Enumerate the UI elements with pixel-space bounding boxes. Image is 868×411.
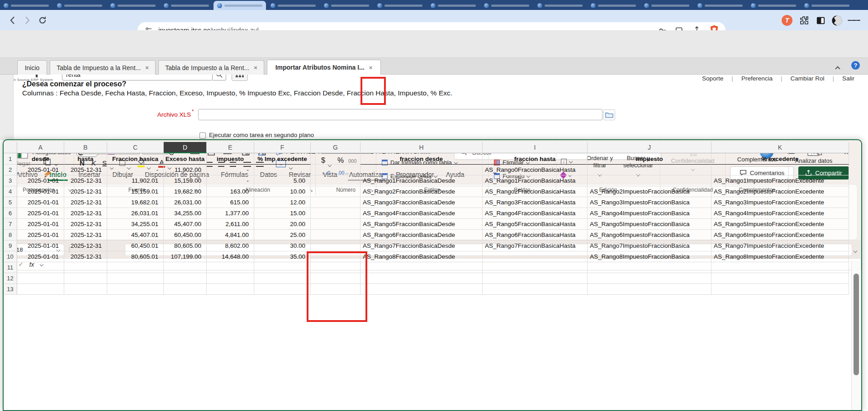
cell-K7[interactable]: AS_Rango5ImpuestoFraccionExcedente xyxy=(711,219,849,230)
browser-tab[interactable] xyxy=(480,1,533,10)
cell-K12[interactable] xyxy=(711,273,849,284)
cell-H11[interactable] xyxy=(360,262,483,273)
cell-B8[interactable]: 2025-12-31 xyxy=(64,230,107,241)
cell-A4[interactable]: 2025-01-01 xyxy=(17,186,64,197)
cell-F10[interactable]: 35.00 xyxy=(254,251,311,262)
cell-D10[interactable]: 107,199.00 xyxy=(164,251,207,262)
cell-B10[interactable]: 2025-12-31 xyxy=(64,251,107,262)
cell-D3[interactable]: 15,159.00 xyxy=(164,175,207,186)
cell-D13[interactable] xyxy=(164,284,207,295)
row-header-9[interactable]: 9 xyxy=(4,241,17,251)
row-header-11[interactable]: 11 xyxy=(4,262,17,273)
cell-J10[interactable]: AS_Rango8ImpuestoFraccionBasica xyxy=(588,251,711,262)
cell-I7[interactable]: AS_Rango5FraccionBasicaHasta xyxy=(483,219,588,230)
column-header-I[interactable]: I xyxy=(483,142,588,153)
browser-tab[interactable] xyxy=(0,1,52,10)
cell-D12[interactable] xyxy=(164,273,207,284)
cell-I5[interactable]: AS_Rango3FraccionBasicaHasta xyxy=(483,197,588,208)
cell-C6[interactable]: 26,031.01 xyxy=(107,208,164,219)
extensions-puzzle-icon[interactable] xyxy=(798,14,811,27)
cell-K9[interactable]: AS_Rango7ImpuestoFraccionExcedente xyxy=(711,241,849,251)
cell-E1[interactable]: impuesto xyxy=(207,153,254,165)
cell-I3[interactable]: AS_Rango1FraccionBasicaHasta xyxy=(483,175,588,186)
column-header-J[interactable]: J xyxy=(588,142,711,153)
cell-I12[interactable] xyxy=(483,273,588,284)
cell-H3[interactable]: AS_Rango1FraccionBasicaDesde xyxy=(360,175,483,186)
cell-H5[interactable]: AS_Rango3FraccionBasicaDesde xyxy=(360,197,483,208)
cell-E6[interactable]: 1,377.00 xyxy=(207,208,254,219)
cell-A7[interactable]: 2025-01-01 xyxy=(17,219,64,230)
row-header-8[interactable]: 8 xyxy=(4,230,17,241)
vertical-scrollbar[interactable] xyxy=(851,261,860,411)
file-path-input[interactable] xyxy=(198,109,602,120)
cell-H7[interactable]: AS_Rango5FraccionBasicaDesde xyxy=(360,219,483,230)
column-header-K[interactable]: K xyxy=(711,142,849,153)
cell-E10[interactable]: 14,648.00 xyxy=(207,251,254,262)
cell-K8[interactable]: AS_Rango6ImpuestoFraccionExcedente xyxy=(711,230,849,241)
header-link-cambiar-rol[interactable]: Cambiar Rol xyxy=(782,75,832,82)
cell-A9[interactable]: 2025-01-01 xyxy=(17,241,64,251)
cell-J6[interactable]: AS_Rango4ImpuestoFraccionBasica xyxy=(588,208,711,219)
cell-A2[interactable]: 2025-01-01 xyxy=(17,165,64,175)
cell-F12[interactable] xyxy=(254,273,311,284)
cell-K5[interactable]: AS_Rango3ImpuestoFraccionExcedente xyxy=(711,197,849,208)
cell-F8[interactable]: 25.00 xyxy=(254,230,311,241)
cell-K13[interactable] xyxy=(711,284,849,295)
cell-I2[interactable]: AS_Rango0FraccionBasicaHasta xyxy=(483,165,588,175)
cell-B4[interactable]: 2025-12-31 xyxy=(64,186,107,197)
cell-G6[interactable] xyxy=(311,208,360,219)
cell-J12[interactable] xyxy=(588,273,711,284)
row-header-5[interactable]: 5 xyxy=(4,197,17,208)
cell-K2[interactable] xyxy=(711,165,849,175)
browser-tab[interactable] xyxy=(213,1,266,10)
cell-K4[interactable]: AS_Rango2ImpuestoFraccionExcedente xyxy=(711,186,849,197)
menu-hamburger-icon[interactable] xyxy=(848,14,860,27)
row-header-3[interactable]: 3 xyxy=(4,175,17,186)
close-icon[interactable]: × xyxy=(254,64,257,71)
collapse-up-icon[interactable] xyxy=(836,64,840,72)
cell-K3[interactable]: AS_Rango1ImpuestoFraccionExcedente xyxy=(711,175,849,186)
cell-A1[interactable]: desde xyxy=(17,153,64,165)
cell-J1[interactable]: impuesto xyxy=(588,153,711,165)
cell-G8[interactable] xyxy=(311,230,360,241)
cell-D8[interactable]: 60,450.00 xyxy=(164,230,207,241)
cell-D4[interactable]: 19,682.00 xyxy=(164,186,207,197)
cell-J5[interactable]: AS_Rango3ImpuestoFraccionBasica xyxy=(588,197,711,208)
browser-tab[interactable] xyxy=(747,1,800,10)
cell-I1[interactable]: fraccion hasta xyxy=(483,153,588,165)
cell-F2[interactable] xyxy=(254,165,311,175)
browser-tab[interactable] xyxy=(374,1,426,10)
cell-G1[interactable] xyxy=(311,153,360,165)
cell-C9[interactable]: 60,450.01 xyxy=(107,241,164,251)
header-link-preferencia[interactable]: Preferencia xyxy=(733,75,781,82)
cell-D5[interactable]: 26,031.00 xyxy=(164,197,207,208)
row-header-6[interactable]: 6 xyxy=(4,208,17,219)
browse-file-button[interactable] xyxy=(603,109,615,120)
cell-B9[interactable]: 2025-12-31 xyxy=(64,241,107,251)
row-header-10[interactable]: 10 xyxy=(4,251,17,262)
formula-bar-expand-chevron[interactable] xyxy=(854,246,857,254)
cell-B3[interactable]: 2025-12-31 xyxy=(64,175,107,186)
cell-I10[interactable] xyxy=(483,251,588,262)
cell-J11[interactable] xyxy=(588,262,711,273)
cell-G3[interactable] xyxy=(311,175,360,186)
cell-D1[interactable]: Exceso hasta xyxy=(164,153,207,165)
cell-C3[interactable]: 11,902.01 xyxy=(107,175,164,186)
cell-K10[interactable]: AS_Rango8ImpuestoFraccionExcedente xyxy=(711,251,849,262)
cell-F7[interactable]: 20.00 xyxy=(254,219,311,230)
cell-A13[interactable] xyxy=(17,284,64,295)
cell-E8[interactable]: 4,841.00 xyxy=(207,230,254,241)
cell-E12[interactable] xyxy=(207,273,254,284)
cell-D2[interactable]: 11,902.00 xyxy=(164,165,207,175)
cell-F5[interactable]: 12.00 xyxy=(254,197,311,208)
help-icon[interactable]: ? xyxy=(851,61,860,70)
idempiere-tab[interactable]: Tabla de Impuesto a la Rent...× xyxy=(158,60,264,75)
cell-B1[interactable]: hasta xyxy=(64,153,107,165)
run-background-checkbox[interactable] xyxy=(199,132,206,139)
cell-E11[interactable] xyxy=(207,262,254,273)
cell-A12[interactable] xyxy=(17,273,64,284)
back-button[interactable] xyxy=(7,15,18,26)
column-header-F[interactable]: F xyxy=(254,142,311,153)
cell-B11[interactable] xyxy=(64,262,107,273)
idempiere-tab[interactable]: Inicio xyxy=(17,60,47,75)
